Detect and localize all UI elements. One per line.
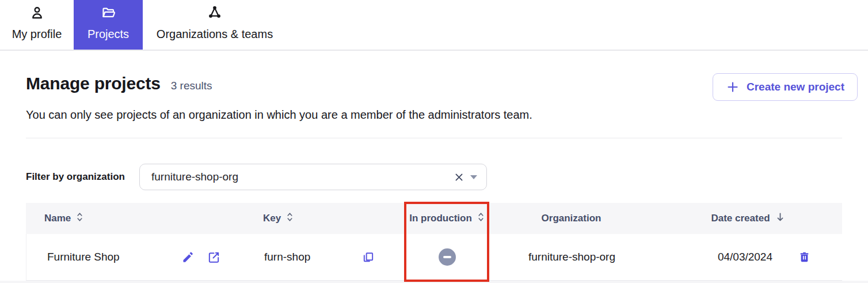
cell-organization: furniture-shop-org — [490, 251, 654, 263]
organization-filter-combobox[interactable]: furniture-shop-org — [139, 164, 487, 190]
top-tab-bar: My profile Projects Organizations & team… — [0, 0, 868, 51]
page-description: You can only see projects of an organiza… — [26, 108, 842, 122]
table-header-row: Name Key In production — [26, 203, 842, 234]
projects-table: Name Key In production — [26, 203, 842, 281]
results-count-badge: 3 results — [171, 80, 212, 92]
cell-in-production — [405, 248, 490, 266]
edit-pencil-icon[interactable] — [181, 251, 195, 264]
tab-my-profile[interactable]: My profile — [0, 0, 74, 50]
organization-filter-value: furniture-shop-org — [151, 171, 454, 183]
tab-label: My profile — [12, 28, 62, 41]
table-row: Furniture Shop furn — [26, 234, 842, 281]
cell-key: furn-shop — [248, 251, 405, 264]
column-header-key[interactable]: Key — [248, 212, 404, 225]
copy-icon[interactable] — [361, 251, 375, 264]
person-icon — [29, 4, 45, 21]
column-header-in-production[interactable]: In production — [404, 212, 489, 225]
tab-label: Organizations & teams — [157, 28, 273, 41]
external-link-icon[interactable] — [207, 251, 220, 264]
main-content: Manage projects 3 results You can only s… — [0, 74, 868, 281]
sort-chevrons-icon — [478, 212, 484, 225]
sort-chevrons-icon — [287, 212, 293, 225]
project-name: Furniture Shop — [47, 251, 120, 263]
chevron-down-icon[interactable] — [470, 175, 477, 179]
org-network-icon — [206, 4, 223, 21]
cell-date-created: 04/03/2024 — [654, 251, 842, 263]
tab-label: Projects — [87, 28, 129, 41]
sort-chevrons-icon — [77, 212, 83, 225]
column-header-date-created[interactable]: Date created — [653, 212, 842, 225]
minus-circle-icon — [439, 248, 456, 266]
tab-organizations-teams[interactable]: Organizations & teams — [143, 0, 287, 50]
filter-label: Filter by organization — [26, 171, 128, 183]
column-header-organization: Organization — [489, 213, 653, 224]
tab-projects[interactable]: Projects — [74, 0, 143, 50]
filter-row: Filter by organization furniture-shop-or… — [26, 164, 842, 190]
column-header-name[interactable]: Name — [26, 212, 248, 225]
open-folder-icon — [101, 4, 116, 21]
project-key: furn-shop — [264, 251, 310, 263]
page-title: Manage projects — [26, 74, 161, 93]
cell-name: Furniture Shop — [26, 251, 248, 264]
delete-trash-icon[interactable] — [798, 251, 810, 263]
bottom-page-edge — [0, 281, 868, 283]
date-created-value: 04/03/2024 — [718, 251, 772, 263]
organization-name: furniture-shop-org — [528, 251, 615, 263]
section-divider — [26, 138, 842, 138]
x-clear-icon[interactable] — [454, 172, 465, 183]
plus-icon — [726, 80, 740, 94]
sort-descending-arrow-icon — [776, 212, 785, 225]
create-new-project-button[interactable]: Create new project — [713, 73, 858, 101]
